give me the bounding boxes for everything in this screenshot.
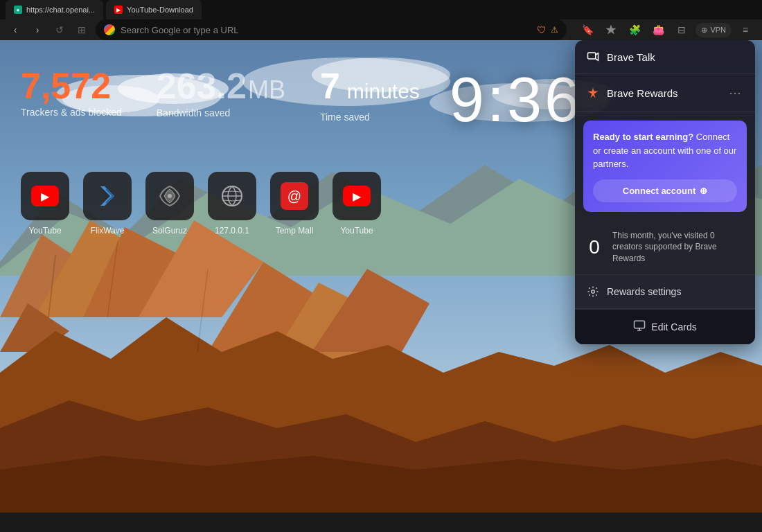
tab-openai[interactable]: ● https://chat.openai... — [6, 0, 103, 19]
site-item-solguruz[interactable]: SolGuruz — [145, 172, 194, 236]
creators-count: 0 — [586, 236, 603, 258]
trackers-value: 7,572 — [21, 68, 122, 104]
vpn-label: VPN — [710, 26, 726, 34]
tab-youtube-download[interactable]: ▶ YouTube-Download — [106, 0, 202, 19]
wallet-icon[interactable]: 👛 — [648, 20, 668, 39]
address-bar[interactable]: Search Google or type a URL 🛡 ⚠ — [96, 19, 567, 40]
nav-icons: 🔖 🧩 👛 ⊟ ⊕ VPN ≡ — [578, 20, 755, 39]
bandwidth-label: Bandwidth saved — [157, 107, 285, 118]
site-icon-solguruz — [145, 172, 194, 220]
rewards-settings-section[interactable]: Rewards settings — [575, 275, 755, 309]
forward-button[interactable]: › — [29, 21, 46, 38]
site-label-youtube2: YouTube — [340, 226, 373, 236]
tab-favicon-youtube: ▶ — [114, 6, 123, 14]
sidebar-icon[interactable]: ⊟ — [672, 20, 691, 39]
connect-btn-icon: ⊕ — [700, 186, 707, 196]
bookmark-icon[interactable]: 🔖 — [578, 20, 597, 39]
tab-bar: ● https://chat.openai... ▶ YouTube-Downl… — [0, 0, 762, 19]
creators-text: This month, you've visited 0 creators su… — [612, 230, 744, 265]
menu-button[interactable]: ≡ — [736, 20, 755, 39]
right-panel: Brave Talk Brave Rewards ⋯ Ready to star… — [575, 40, 755, 344]
time-value: 7 — [320, 68, 340, 104]
clock-display: 9:36 — [450, 64, 582, 136]
svg-point-27 — [592, 290, 595, 294]
connect-account-button[interactable]: Connect account ⊕ — [593, 179, 737, 202]
edit-cards-icon — [633, 319, 646, 335]
stat-trackers: 7,572 Trackers & ads blocked — [21, 68, 122, 118]
brave-rewards-icon[interactable] — [601, 20, 621, 39]
svg-point-24 — [168, 194, 172, 198]
stats-overlay: 7,572 Trackers & ads blocked 263.2 MB Ba… — [21, 68, 420, 123]
site-item-flixwave[interactable]: FlixWave — [83, 172, 132, 236]
rewards-menu-icon[interactable]: ⋯ — [726, 84, 744, 102]
site-icon-flixwave — [83, 172, 132, 220]
site-label-flixwave: FlixWave — [91, 226, 125, 236]
tab-label-youtube: YouTube-Download — [127, 6, 193, 14]
vpn-button[interactable]: ⊕ VPN — [695, 23, 732, 37]
home-button[interactable]: ⊞ — [73, 21, 90, 38]
time-label: Time saved — [320, 112, 420, 123]
tab-favicon-openai: ● — [14, 6, 22, 14]
google-icon — [104, 24, 115, 35]
brave-rewards-icon — [586, 86, 600, 100]
brave-talk-label: Brave Talk — [607, 51, 744, 63]
reload-button[interactable]: ↺ — [51, 21, 68, 38]
brave-rewards-section[interactable]: Brave Rewards ⋯ — [575, 74, 755, 112]
svg-rect-26 — [588, 53, 596, 59]
brave-rewards-label: Brave Rewards — [607, 87, 719, 99]
site-label-localhost: 127.0.0.1 — [215, 226, 249, 236]
vpn-icon: ⊕ — [701, 26, 707, 35]
tab-label-openai: https://chat.openai... — [26, 6, 95, 14]
stat-time: 7 minutes Time saved — [320, 68, 420, 123]
edit-cards-label: Edit Cards — [651, 321, 696, 332]
site-label-youtube1: YouTube — [28, 226, 61, 236]
site-item-youtube1[interactable]: ▶ YouTube — [21, 172, 69, 236]
warning-icon: ⚠ — [551, 25, 558, 35]
settings-label: Rewards settings — [607, 286, 681, 297]
rewards-cta-bold: Ready to start earning? — [593, 132, 693, 142]
site-item-localhost[interactable]: 127.0.0.1 — [208, 172, 256, 236]
bandwidth-value: 263.2 — [157, 68, 247, 104]
creators-section: 0 This month, you've visited 0 creators … — [575, 220, 755, 275]
bandwidth-unit: MB — [248, 76, 285, 105]
nav-bar: ‹ › ↺ ⊞ Search Google or type a URL 🛡 ⚠ … — [0, 19, 762, 40]
trackers-label: Trackers & ads blocked — [21, 107, 122, 118]
site-label-tempmall: Temp Mall — [276, 226, 314, 236]
time-unit: minutes — [347, 73, 420, 109]
extensions-icon[interactable]: 🧩 — [625, 20, 644, 39]
main-content: 7,572 Trackers & ads blocked 263.2 MB Ba… — [0, 40, 762, 513]
site-label-solguruz: SolGuruz — [152, 226, 187, 236]
connect-btn-label: Connect account — [623, 186, 695, 196]
site-icon-tempmall: @ — [270, 172, 319, 220]
rewards-earn-card: Ready to start earning? Connect or creat… — [583, 121, 747, 212]
rewards-cta-text: Ready to start earning? Connect or creat… — [593, 130, 737, 171]
brave-talk-section[interactable]: Brave Talk — [575, 40, 755, 74]
site-icon-youtube1: ▶ — [21, 172, 69, 220]
site-item-tempmall[interactable]: @ Temp Mall — [270, 172, 319, 236]
site-icon-youtube2: ▶ — [333, 172, 381, 220]
site-item-youtube2[interactable]: ▶ YouTube — [333, 172, 381, 236]
svg-rect-28 — [635, 321, 645, 328]
stat-bandwidth: 263.2 MB Bandwidth saved — [157, 68, 285, 118]
browser-chrome: ● https://chat.openai... ▶ YouTube-Downl… — [0, 0, 762, 40]
back-button[interactable]: ‹ — [7, 21, 24, 38]
site-icon-localhost — [208, 172, 256, 220]
brave-talk-icon — [586, 50, 600, 64]
edit-cards-bar[interactable]: Edit Cards — [575, 309, 755, 344]
top-sites: ▶ YouTube FlixWave — [21, 172, 381, 236]
settings-gear-icon — [586, 285, 600, 299]
brave-shield-icon: 🛡 — [537, 24, 547, 35]
address-placeholder: Search Google or type a URL — [121, 25, 239, 35]
